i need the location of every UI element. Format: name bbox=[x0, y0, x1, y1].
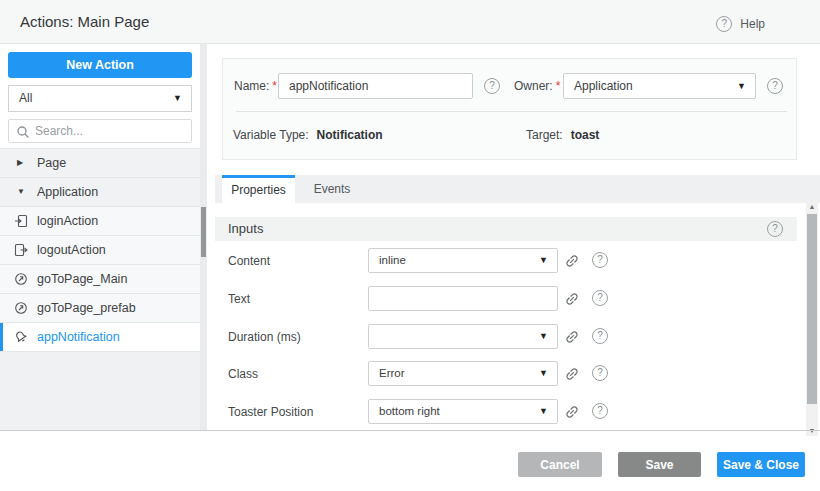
page-title: Actions: Main Page bbox=[20, 0, 149, 44]
content-scrollbar[interactable]: ▲ ▼ bbox=[806, 202, 818, 436]
dialog-header: Actions: Main Page ?Help bbox=[0, 0, 820, 44]
chevron-down-icon: ▼ bbox=[737, 74, 746, 98]
input-label: Toaster Position bbox=[228, 399, 313, 425]
tree-item-gotopage-main[interactable]: goToPage_Main bbox=[0, 264, 200, 293]
chevron-down-icon: ▼ bbox=[173, 86, 182, 111]
input-row-toaster-position: Toaster Position bottom right ▼ ? bbox=[215, 399, 797, 425]
sidebar-empty-area bbox=[0, 351, 200, 431]
scrollbar-thumb[interactable] bbox=[201, 207, 206, 257]
new-action-button[interactable]: New Action bbox=[8, 52, 192, 78]
bind-link-icon[interactable] bbox=[564, 291, 580, 307]
help-icon[interactable]: ? bbox=[592, 290, 608, 306]
input-row-duration: Duration (ms) ▼ ? bbox=[215, 324, 797, 350]
input-row-content: Content inline ▼ ? bbox=[215, 248, 797, 274]
actions-dialog: Actions: Main Page ?Help New Action All … bbox=[0, 0, 820, 491]
variable-type-value: Notification bbox=[317, 128, 383, 142]
input-row-text: Text ? bbox=[215, 286, 797, 312]
text-input[interactable] bbox=[368, 286, 558, 311]
tree-item-page[interactable]: ▶ Page bbox=[0, 148, 200, 177]
variable-type: Variable Type:Notification bbox=[233, 125, 383, 145]
input-label: Class bbox=[228, 361, 258, 387]
input-label: Duration (ms) bbox=[228, 324, 301, 350]
input-label: Text bbox=[228, 286, 250, 312]
bind-link-icon[interactable] bbox=[564, 329, 580, 345]
filter-dropdown[interactable]: All ▼ bbox=[8, 85, 192, 112]
tab-events[interactable]: Events bbox=[299, 175, 365, 203]
target-value: toast bbox=[571, 128, 600, 142]
actions-sidebar: New Action All ▼ ▶ Page ▼ Application bbox=[0, 44, 207, 431]
toaster-position-dropdown[interactable]: bottom right ▼ bbox=[368, 399, 558, 424]
name-label: Name:* bbox=[234, 73, 277, 99]
help-icon[interactable]: ? bbox=[592, 252, 608, 268]
tab-properties[interactable]: Properties bbox=[222, 175, 295, 203]
help-icon[interactable]: ? bbox=[767, 221, 783, 237]
owner-value: Application bbox=[574, 74, 633, 98]
help-icon[interactable]: ? bbox=[592, 403, 608, 419]
bind-link-icon[interactable] bbox=[564, 253, 580, 269]
help-icon[interactable]: ? bbox=[767, 78, 783, 94]
tab-bar: Properties Events bbox=[215, 175, 820, 203]
action-summary-panel: Name:* ? Owner:* Application ▼ ? Variabl… bbox=[222, 58, 797, 160]
help-icon[interactable]: ? bbox=[592, 328, 608, 344]
scroll-down-icon[interactable]: ▼ bbox=[806, 426, 818, 436]
help-icon[interactable]: ? bbox=[484, 78, 500, 94]
scrollbar-thumb[interactable] bbox=[807, 214, 817, 404]
cancel-button[interactable]: Cancel bbox=[518, 452, 602, 477]
divider bbox=[236, 111, 787, 112]
help-link[interactable]: ?Help bbox=[716, 14, 765, 30]
chevron-down-icon: ▼ bbox=[539, 400, 548, 423]
help-icon[interactable]: ? bbox=[592, 365, 608, 381]
tree-item-application[interactable]: ▼ Application bbox=[0, 177, 200, 206]
required-asterisk: * bbox=[272, 79, 277, 93]
tree-item-appnotification[interactable]: appNotification bbox=[0, 322, 200, 351]
notification-icon bbox=[14, 330, 28, 344]
sidebar-scrollbar[interactable] bbox=[200, 44, 207, 431]
chevron-down-icon: ▼ bbox=[539, 249, 548, 272]
search-input[interactable] bbox=[35, 121, 185, 141]
filter-value: All bbox=[19, 86, 32, 111]
tree-item-loginaction[interactable]: loginAction bbox=[0, 206, 200, 235]
content-dropdown[interactable]: inline ▼ bbox=[368, 248, 558, 273]
owner-dropdown[interactable]: Application ▼ bbox=[563, 73, 756, 99]
required-asterisk: * bbox=[556, 79, 561, 93]
chevron-down-icon: ▼ bbox=[539, 325, 548, 348]
duration-dropdown[interactable]: ▼ bbox=[368, 324, 558, 349]
inputs-section-header: Inputs ? bbox=[215, 217, 797, 241]
input-row-class: Class Error ▼ ? bbox=[215, 361, 797, 387]
inputs-title: Inputs bbox=[228, 217, 263, 241]
owner-label: Owner:* bbox=[514, 73, 560, 99]
search-box bbox=[8, 119, 192, 143]
actions-tree: ▶ Page ▼ Application loginAction logou bbox=[0, 148, 200, 351]
search-icon bbox=[16, 125, 30, 139]
navigate-icon bbox=[14, 272, 28, 286]
tree-item-logoutaction[interactable]: logoutAction bbox=[0, 235, 200, 264]
class-dropdown[interactable]: Error ▼ bbox=[368, 361, 558, 386]
bind-link-icon[interactable] bbox=[564, 404, 580, 420]
help-label: Help bbox=[740, 17, 765, 31]
save-and-close-button[interactable]: Save & Close bbox=[717, 452, 805, 477]
login-icon bbox=[14, 214, 28, 228]
navigate-icon bbox=[14, 301, 28, 315]
scroll-up-icon[interactable]: ▲ bbox=[806, 202, 818, 212]
chevron-down-icon: ▼ bbox=[539, 362, 548, 385]
chevron-down-icon: ▼ bbox=[17, 178, 25, 206]
logout-icon bbox=[14, 243, 28, 257]
save-button[interactable]: Save bbox=[618, 452, 701, 477]
name-input[interactable] bbox=[278, 73, 473, 99]
help-icon: ? bbox=[716, 16, 732, 32]
target: Target:toast bbox=[526, 125, 599, 145]
bind-link-icon[interactable] bbox=[564, 366, 580, 382]
input-label: Content bbox=[228, 248, 270, 274]
chevron-right-icon: ▶ bbox=[17, 149, 23, 177]
tree-item-gotopage-prefab[interactable]: goToPage_prefab bbox=[0, 293, 200, 322]
divider bbox=[0, 430, 820, 431]
